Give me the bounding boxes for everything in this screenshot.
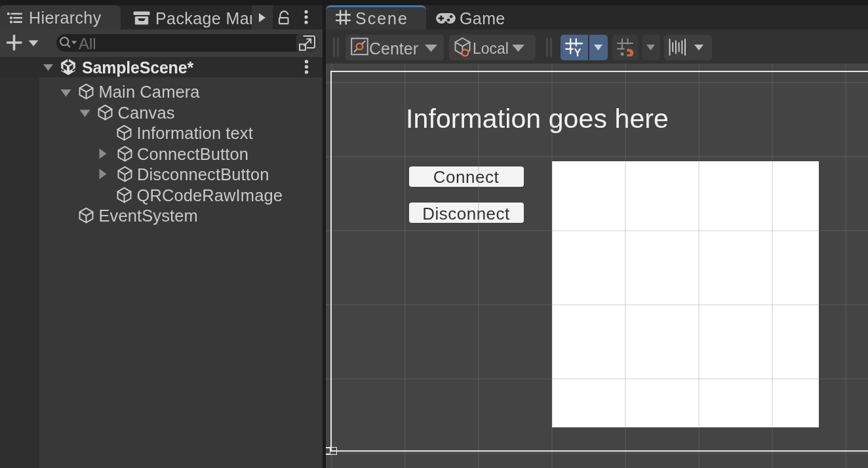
svg-text:Y: Y (574, 47, 582, 57)
